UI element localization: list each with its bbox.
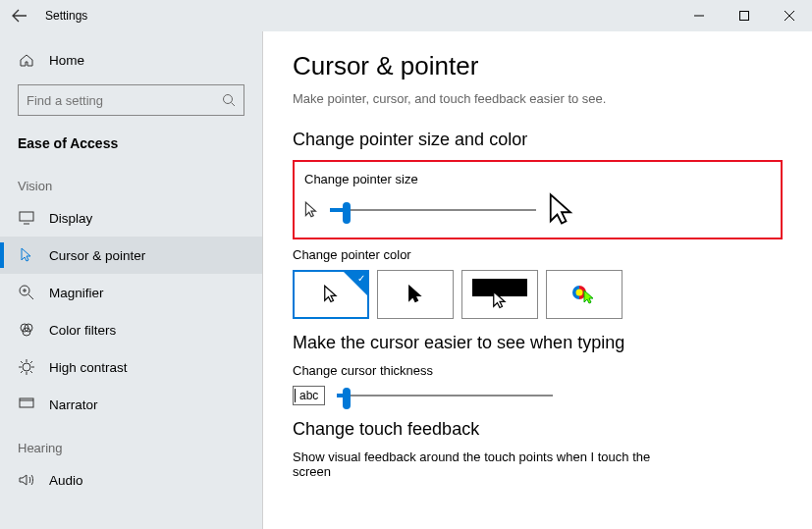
- cursor-thickness-preview: abc: [293, 386, 325, 405]
- page-title: Cursor & pointer: [293, 51, 783, 81]
- label-pointer-size: Change pointer size: [304, 172, 771, 186]
- svg-point-4: [224, 95, 233, 104]
- nav-narrator[interactable]: Narrator: [0, 386, 262, 423]
- search-box[interactable]: [18, 84, 244, 116]
- sidebar-heading: Ease of Access: [0, 126, 262, 161]
- nav-high-contrast[interactable]: High contrast: [0, 348, 262, 386]
- minimize-button[interactable]: [677, 0, 722, 31]
- svg-rect-6: [20, 212, 33, 221]
- svg-line-5: [232, 103, 236, 107]
- nav-home-label: Home: [49, 53, 84, 68]
- cursor-icon: [18, 246, 35, 264]
- home-icon: [18, 51, 35, 69]
- svg-rect-24: [20, 398, 33, 407]
- svg-line-9: [28, 294, 33, 299]
- highlight-annotation: Change pointer size: [293, 160, 783, 239]
- pointer-color-black[interactable]: [377, 270, 454, 319]
- magnifier-icon: [18, 284, 35, 301]
- back-button[interactable]: [12, 9, 27, 23]
- section-touch: Change touch feedback: [293, 419, 783, 440]
- svg-rect-1: [740, 12, 749, 21]
- color-filters-icon: [18, 321, 35, 339]
- page-subtitle: Make pointer, cursor, and touch feedback…: [293, 91, 783, 106]
- audio-icon: [18, 471, 35, 489]
- nav-magnifier[interactable]: Magnifier: [0, 274, 262, 311]
- cursor-thickness-slider[interactable]: [337, 386, 553, 405]
- display-icon: [18, 209, 35, 227]
- cursor-small-icon: [304, 201, 318, 219]
- search-input[interactable]: [27, 93, 222, 108]
- main-panel: Cursor & pointer Make pointer, cursor, a…: [263, 31, 812, 529]
- pointer-color-inverted[interactable]: [461, 270, 538, 319]
- svg-line-21: [30, 371, 32, 373]
- svg-line-22: [21, 371, 23, 373]
- maximize-button[interactable]: [722, 0, 767, 31]
- group-hearing: Hearing: [0, 423, 262, 461]
- group-vision: Vision: [0, 161, 262, 199]
- nav-color-filters[interactable]: Color filters: [0, 311, 262, 348]
- svg-line-20: [21, 361, 23, 363]
- label-cursor-thickness: Change cursor thickness: [293, 363, 783, 378]
- nav-audio[interactable]: Audio: [0, 461, 262, 499]
- svg-point-27: [576, 290, 583, 296]
- pointer-size-slider[interactable]: [330, 200, 536, 220]
- nav-home[interactable]: Home: [0, 41, 262, 79]
- label-pointer-color: Change pointer color: [293, 247, 783, 262]
- pointer-color-custom[interactable]: [546, 270, 623, 319]
- search-icon: [222, 93, 236, 107]
- sidebar: Home Ease of Access Vision Display Curso…: [0, 31, 263, 529]
- pointer-color-white[interactable]: ✓: [293, 270, 369, 319]
- window-title: Settings: [45, 9, 87, 23]
- cursor-large-icon: [548, 192, 575, 228]
- svg-line-23: [30, 361, 32, 363]
- nav-display[interactable]: Display: [0, 199, 262, 237]
- slider-thumb[interactable]: [343, 202, 351, 224]
- section-size-color: Change pointer size and color: [293, 130, 783, 150]
- high-contrast-icon: [18, 358, 35, 376]
- touch-feedback-text: Show visual feedback around the touch po…: [293, 450, 685, 479]
- section-cursor: Make the cursor easier to see when typin…: [293, 333, 783, 353]
- nav-cursor-pointer[interactable]: Cursor & pointer: [0, 237, 262, 274]
- narrator-icon: [18, 396, 35, 413]
- titlebar: Settings: [0, 0, 812, 31]
- close-button[interactable]: [767, 0, 812, 31]
- svg-point-15: [23, 363, 30, 371]
- slider-thumb[interactable]: [343, 388, 351, 409]
